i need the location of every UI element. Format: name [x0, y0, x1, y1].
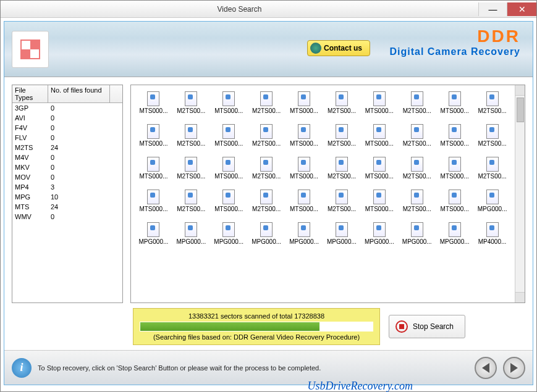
file-item[interactable]: MPG000...	[285, 222, 323, 245]
back-button[interactable]	[475, 357, 497, 379]
table-row[interactable]: F4V0	[12, 123, 122, 133]
file-item[interactable]: M2TS00...	[323, 157, 361, 180]
file-icon	[373, 157, 386, 172]
scroll-thumb[interactable]	[517, 98, 524, 122]
table-row[interactable]: MTS24	[12, 202, 122, 212]
file-icon	[486, 124, 499, 139]
status-box: 13383321 sectors scanned of total 173288…	[133, 308, 380, 345]
file-item[interactable]: MTS000...	[285, 91, 323, 114]
cell-type: M4V	[12, 152, 48, 162]
file-item[interactable]: MTS000...	[360, 124, 398, 147]
file-label: M2TS00...	[177, 173, 205, 180]
file-item[interactable]: M2TS00...	[248, 91, 285, 114]
file-icon	[185, 222, 197, 237]
file-item[interactable]: M2TS00...	[323, 124, 361, 147]
file-item[interactable]: M2TS00...	[248, 157, 285, 180]
file-label: M2TS00...	[252, 206, 281, 212]
next-button[interactable]	[503, 357, 525, 379]
file-icon	[298, 222, 310, 237]
file-label: M2TS00...	[403, 140, 431, 147]
website-link[interactable]: UsbDriveRecovery.com	[308, 380, 413, 392]
close-button[interactable]: ✕	[507, 2, 536, 16]
file-item[interactable]: M2TS00...	[172, 157, 210, 180]
file-item[interactable]: MTS000...	[436, 190, 473, 212]
file-icon	[185, 157, 197, 172]
table-row[interactable]: M4V0	[12, 152, 122, 162]
file-item[interactable]: MPG000...	[360, 222, 398, 245]
file-item[interactable]: MTS000...	[210, 91, 248, 114]
table-row[interactable]: MOV0	[12, 172, 122, 182]
file-item[interactable]: M2TS00...	[248, 124, 285, 147]
file-item[interactable]: M2TS00...	[398, 190, 436, 212]
file-item[interactable]: MTS000...	[210, 157, 248, 180]
file-item[interactable]: MPG000...	[135, 222, 172, 245]
file-item[interactable]: MTS000...	[210, 124, 248, 147]
window-title: Video Search	[1, 5, 478, 14]
file-label: M2TS00...	[328, 140, 356, 147]
file-icon	[373, 124, 386, 139]
chevron-left-icon	[482, 363, 489, 373]
table-row[interactable]: 3GP0	[12, 103, 122, 113]
file-item[interactable]: MTS000...	[135, 91, 172, 114]
file-item[interactable]: M2TS00...	[398, 91, 436, 114]
file-item[interactable]: MTS000...	[135, 124, 172, 147]
file-item[interactable]: MTS000...	[360, 91, 398, 114]
file-item[interactable]: M2TS00...	[473, 157, 511, 180]
col-file-types[interactable]: File Types	[12, 85, 48, 102]
file-icon	[486, 157, 499, 172]
file-item[interactable]: MP4000...	[473, 222, 511, 245]
file-item[interactable]: M2TS00...	[172, 190, 210, 212]
file-item[interactable]: MTS000...	[360, 157, 398, 180]
file-item[interactable]: MTS000...	[285, 124, 323, 147]
file-item[interactable]: MTS000...	[285, 157, 323, 180]
file-item[interactable]: M2TS00...	[248, 190, 285, 212]
file-item[interactable]: MPG000...	[398, 222, 436, 245]
file-item[interactable]: MPG000...	[436, 222, 473, 245]
file-item[interactable]: M2TS00...	[323, 91, 361, 114]
file-item[interactable]: MPG000...	[172, 222, 210, 245]
file-item[interactable]: M2TS00...	[172, 124, 210, 147]
file-icon	[185, 190, 197, 204]
file-item[interactable]: MTS000...	[285, 190, 323, 212]
table-row[interactable]: M2TS24	[12, 143, 122, 152]
file-item[interactable]: MTS000...	[436, 124, 473, 147]
file-item[interactable]: M2TS00...	[473, 91, 511, 114]
contact-us-button[interactable]: Contact us	[307, 40, 370, 56]
file-item[interactable]: MTS000...	[210, 190, 248, 212]
file-label: M2TS00...	[252, 107, 281, 114]
file-item[interactable]: M2TS00...	[398, 157, 436, 180]
file-item[interactable]: MTS000...	[436, 157, 473, 180]
table-row[interactable]: MPG10	[12, 192, 122, 202]
table-row[interactable]: AVI0	[12, 113, 122, 123]
file-item[interactable]: M2TS00...	[398, 124, 436, 147]
file-item[interactable]: MTS000...	[360, 190, 398, 212]
cell-count: 0	[48, 172, 110, 182]
file-item[interactable]: MPG000...	[473, 190, 511, 212]
table-row[interactable]: FLV0	[12, 133, 122, 143]
cell-type: MP4	[12, 182, 48, 192]
table-header: File Types No. of files found	[12, 85, 122, 103]
stop-icon	[395, 320, 408, 333]
stop-search-button[interactable]: Stop Search	[389, 315, 465, 338]
table-row[interactable]: MP43	[12, 182, 122, 192]
file-item[interactable]: M2TS00...	[473, 124, 511, 147]
file-item[interactable]: MTS000...	[135, 190, 172, 212]
file-item[interactable]: MTS000...	[135, 157, 172, 180]
file-item[interactable]: MTS000...	[436, 91, 473, 114]
file-item[interactable]: MPG000...	[248, 222, 285, 245]
table-row[interactable]: WMV0	[12, 212, 122, 222]
file-icon	[373, 222, 386, 237]
file-icon	[222, 222, 235, 237]
file-icon	[336, 157, 348, 172]
vertical-scrollbar[interactable]	[515, 85, 525, 302]
col-files-found[interactable]: No. of files found	[48, 85, 110, 102]
file-icon	[449, 91, 461, 106]
table-row[interactable]: MKV0	[12, 162, 122, 172]
file-item[interactable]: M2TS00...	[172, 91, 210, 114]
minimize-button[interactable]: —	[478, 2, 507, 16]
main-area: File Types No. of files found 3GP0AVI0F4…	[4, 77, 533, 350]
file-item[interactable]: M2TS00...	[323, 190, 361, 212]
file-label: M2TS00...	[403, 173, 431, 180]
file-item[interactable]: MPG000...	[323, 222, 361, 245]
file-item[interactable]: MPG000...	[210, 222, 248, 245]
